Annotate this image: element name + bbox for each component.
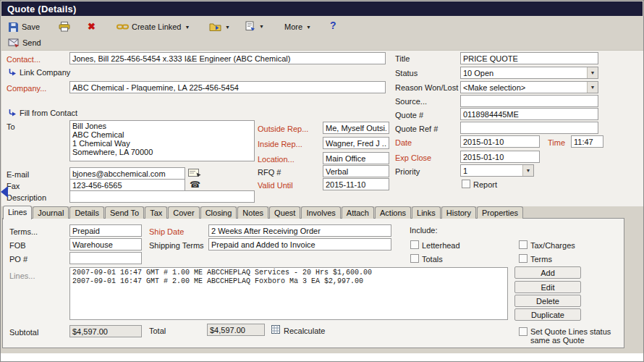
exp-close-label: Exp Close [395, 153, 431, 163]
subtotal-input [69, 325, 142, 337]
chevron-down-icon: ▼ [306, 25, 311, 30]
include-label: Include: [410, 226, 438, 235]
quote-details-window: Quote (Details) Save ✖ Create Linked ▼ ▼… [0, 0, 644, 362]
lines-textarea[interactable]: 2007-09-01 16:47 GMT # 1.00 ME ABCCHEPLA… [69, 267, 508, 320]
tab-involves[interactable]: Involves [301, 206, 340, 219]
tab-closing[interactable]: Closing [200, 206, 237, 219]
tab-tax[interactable]: Tax [145, 206, 167, 219]
tax-charges-checkbox[interactable] [519, 240, 528, 249]
fax-label: Fax [7, 182, 20, 191]
send-label: Send [22, 38, 41, 47]
tab-details[interactable]: Details [69, 206, 104, 219]
recalculate-label[interactable]: Recalculate [284, 327, 325, 336]
tab-journal[interactable]: Journal [33, 206, 69, 219]
fill-from-contact-arrow-icon[interactable] [8, 109, 16, 117]
outside-rep-input[interactable] [323, 122, 389, 134]
chevron-down-icon: ▼ [225, 25, 230, 30]
valid-until-label: Valid Until [258, 181, 293, 190]
add-button[interactable]: Add [514, 266, 581, 279]
location-label[interactable]: Location... [258, 155, 295, 164]
title-input[interactable] [460, 52, 598, 64]
tab-attach[interactable]: Attach [342, 206, 374, 219]
priority-value: 1 [461, 165, 470, 177]
tab-send-to[interactable]: Send To [105, 206, 144, 219]
quote-ref-input[interactable] [460, 122, 598, 134]
chevron-down-icon: ▼ [522, 165, 533, 176]
create-linked-button[interactable]: Create Linked ▼ [116, 20, 190, 33]
reason-won-lost-select[interactable]: <Make selection> ▼ [460, 81, 598, 93]
tab-actions[interactable]: Actions [375, 206, 411, 219]
delete-line-button[interactable]: Delete [514, 295, 581, 307]
report-menu-button[interactable]: ▼ [245, 20, 264, 33]
tab-history[interactable]: History [441, 206, 476, 219]
company-label[interactable]: Company... [7, 84, 46, 93]
set-quote-lines-status-checkbox[interactable] [519, 327, 528, 336]
po-number-input[interactable] [69, 252, 142, 264]
shipping-terms-input[interactable] [208, 238, 391, 251]
terms-label[interactable]: Terms... [9, 227, 38, 237]
terms-checkbox[interactable] [519, 254, 528, 263]
outside-rep-label[interactable]: Outside Rep... [258, 125, 308, 134]
contact-input[interactable] [69, 52, 386, 64]
tab-links[interactable]: Links [412, 206, 441, 219]
fob-input[interactable] [69, 238, 142, 251]
fill-from-contact-label[interactable]: Fill from Contact [20, 109, 77, 118]
reason-won-lost-value: <Make selection> [461, 82, 528, 93]
ship-date-input[interactable] [208, 224, 391, 237]
inside-rep-label[interactable]: Inside Rep... [258, 140, 302, 149]
rfq-input[interactable] [323, 165, 389, 177]
tab-lines[interactable]: Lines [3, 206, 32, 219]
source-input[interactable] [460, 95, 598, 107]
time-input[interactable] [571, 135, 603, 148]
link-menu-button[interactable]: ▼ [209, 20, 230, 33]
quote-number-input[interactable] [460, 108, 598, 120]
inside-rep-input[interactable] [323, 137, 389, 149]
chevron-down-icon: ▼ [587, 82, 598, 93]
print-button[interactable] [59, 20, 70, 33]
quote-number-label: Quote # [395, 111, 423, 120]
tab-notes[interactable]: Notes [237, 206, 268, 219]
priority-select[interactable]: 1 ▼ [460, 164, 534, 177]
description-input[interactable] [69, 190, 255, 203]
recalculate-icon[interactable] [271, 325, 280, 334]
exp-close-input[interactable] [460, 151, 540, 163]
save-button[interactable]: Save [8, 20, 40, 33]
location-input[interactable] [323, 152, 389, 164]
tab-properties[interactable]: Properties [477, 206, 523, 219]
email-card-icon[interactable] [188, 169, 201, 177]
company-input[interactable] [69, 81, 386, 93]
chevron-down-icon: ▼ [259, 24, 264, 29]
link-company-label[interactable]: Link Company [20, 68, 70, 77]
delete-button[interactable]: ✖ [88, 20, 96, 33]
time-label: Time [548, 138, 565, 148]
report-checkbox[interactable] [462, 180, 470, 188]
lines-label[interactable]: Lines... [9, 272, 35, 281]
link-company-arrow-icon[interactable] [8, 68, 16, 76]
duplicate-button[interactable]: Duplicate [514, 308, 581, 321]
tab-cover[interactable]: Cover [168, 206, 199, 219]
report-label: Report [473, 180, 497, 190]
tab-quest[interactable]: Quest [269, 206, 300, 219]
status-select[interactable]: 10 Open ▼ [460, 67, 598, 79]
shipping-terms-label: Shipping Terms [149, 241, 204, 251]
send-button[interactable]: Send [8, 36, 41, 49]
totals-label: Totals [422, 255, 443, 264]
contact-label[interactable]: Contact... [7, 55, 41, 64]
tax-charges-label: Tax/Charges [530, 241, 575, 251]
letterhead-checkbox[interactable] [410, 240, 419, 249]
save-label: Save [22, 22, 40, 31]
source-label[interactable]: Source... [395, 97, 427, 106]
document-arrow-icon [245, 21, 255, 31]
totals-checkbox[interactable] [410, 254, 419, 263]
email-input[interactable] [69, 167, 185, 180]
date-input[interactable] [460, 135, 540, 148]
total-input [207, 324, 265, 336]
valid-until-input[interactable] [323, 178, 389, 190]
to-textarea[interactable]: Bill Jones ABC Chemical 1 Chemical Way S… [69, 120, 255, 161]
terms-input[interactable] [69, 224, 142, 237]
more-button[interactable]: More ▼ [284, 20, 311, 33]
edit-button[interactable]: Edit [514, 281, 581, 293]
set-quote-lines-status-label: Set Quote Lines status same as Quote [530, 327, 630, 345]
fax-input[interactable] [69, 179, 185, 191]
help-button[interactable]: ? [330, 19, 336, 32]
